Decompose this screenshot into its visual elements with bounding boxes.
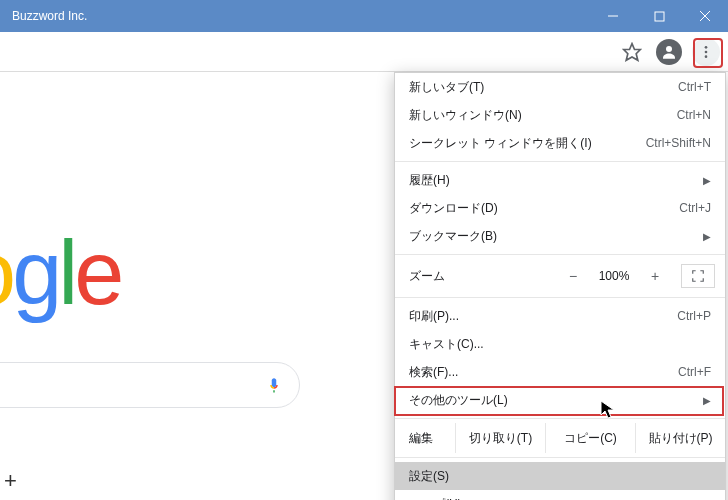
menu-help[interactable]: ヘルプ(H) ▶	[395, 490, 725, 500]
browser-toolbar	[0, 32, 728, 72]
menu-downloads[interactable]: ダウンロード(D) Ctrl+J	[395, 194, 725, 222]
svg-marker-4	[624, 43, 641, 60]
submenu-arrow-icon: ▶	[695, 175, 711, 186]
zoom-in-button[interactable]: +	[637, 268, 673, 284]
menu-separator	[395, 418, 725, 419]
menu-separator	[395, 254, 725, 255]
menu-cast[interactable]: キャスト(C)...	[395, 330, 725, 358]
menu-zoom: ズーム − 100% +	[395, 259, 725, 293]
google-logo: oogle	[0, 222, 120, 325]
window-titlebar: Buzzword Inc.	[0, 0, 728, 32]
svg-rect-1	[655, 12, 664, 21]
menu-more-tools[interactable]: その他のツール(L) ▶	[395, 386, 725, 414]
menu-separator	[395, 161, 725, 162]
maximize-button[interactable]	[636, 0, 682, 32]
menu-new-window[interactable]: 新しいウィンドウ(N) Ctrl+N	[395, 101, 725, 129]
fullscreen-button[interactable]	[681, 264, 715, 288]
submenu-arrow-icon: ▶	[695, 395, 711, 406]
minimize-button[interactable]	[590, 0, 636, 32]
svg-point-5	[666, 46, 672, 52]
submenu-arrow-icon: ▶	[695, 231, 711, 242]
page-content: oogle + 新しいタブ(T) Ctrl+T 新しいウィンドウ(N) Ctrl…	[0, 72, 728, 500]
menu-new-tab[interactable]: 新しいタブ(T) Ctrl+T	[395, 73, 725, 101]
svg-point-6	[705, 46, 708, 49]
menu-copy[interactable]: コピー(C)	[545, 423, 635, 453]
profile-avatar-icon[interactable]	[656, 39, 682, 65]
menu-history[interactable]: 履歴(H) ▶	[395, 166, 725, 194]
bookmark-star-icon[interactable]	[618, 38, 646, 66]
zoom-value: 100%	[591, 269, 637, 283]
menu-find[interactable]: 検索(F)... Ctrl+F	[395, 358, 725, 386]
zoom-out-button[interactable]: −	[555, 268, 591, 284]
menu-paste[interactable]: 貼り付け(P)	[635, 423, 725, 453]
menu-incognito[interactable]: シークレット ウィンドウを開く(I) Ctrl+Shift+N	[395, 129, 725, 157]
window-title: Buzzword Inc.	[12, 9, 590, 23]
add-tab-button[interactable]: +	[4, 468, 24, 488]
menu-bookmarks[interactable]: ブックマーク(B) ▶	[395, 222, 725, 250]
svg-point-8	[705, 55, 708, 58]
browser-menu: 新しいタブ(T) Ctrl+T 新しいウィンドウ(N) Ctrl+N シークレッ…	[394, 72, 726, 500]
search-input[interactable]	[0, 362, 300, 408]
svg-point-7	[705, 50, 708, 53]
menu-separator	[395, 297, 725, 298]
menu-print[interactable]: 印刷(P)... Ctrl+P	[395, 302, 725, 330]
menu-settings[interactable]: 設定(S)	[395, 462, 725, 490]
window-controls	[590, 0, 728, 32]
mic-icon[interactable]	[265, 373, 283, 397]
kebab-menu-icon[interactable]	[692, 38, 720, 66]
close-button[interactable]	[682, 0, 728, 32]
menu-cut[interactable]: 切り取り(T)	[455, 423, 545, 453]
menu-edit-row: 編集 切り取り(T) コピー(C) 貼り付け(P)	[395, 423, 725, 453]
menu-separator	[395, 457, 725, 458]
